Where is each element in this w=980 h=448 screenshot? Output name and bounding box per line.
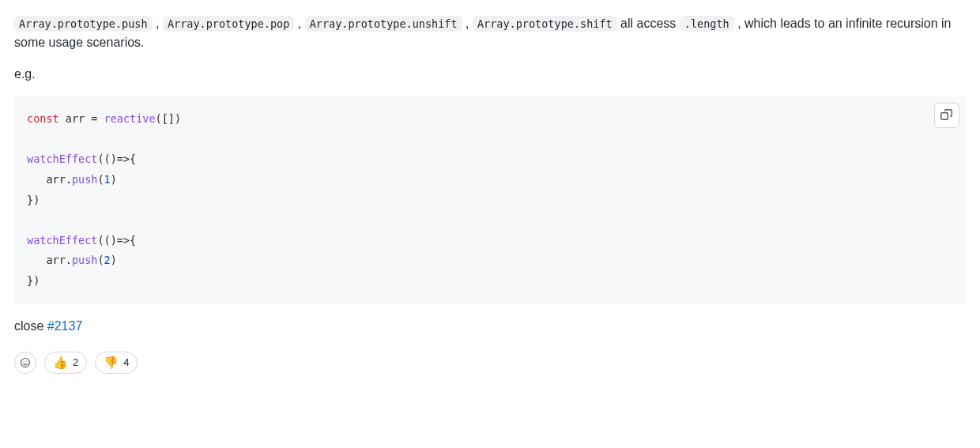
token-text: )	[111, 254, 117, 266]
comment-body: Array.prototype.push , Array.prototype.p…	[14, 14, 966, 374]
token-func: push	[72, 254, 98, 266]
token-number: 1	[104, 173, 111, 186]
token-text: })	[27, 274, 40, 287]
inline-code: .length	[680, 16, 734, 32]
token-text: (	[97, 173, 104, 186]
code-block: const arr = reactive([]) watchEffect(()=…	[14, 96, 966, 304]
paragraph-text: Array.prototype.push , Array.prototype.p…	[14, 14, 966, 52]
svg-point-0	[21, 358, 29, 367]
token-text: (	[97, 254, 104, 266]
text: ,	[462, 17, 473, 30]
token-text: (()=>{	[97, 234, 136, 247]
add-reaction-button[interactable]	[14, 352, 36, 374]
close-text: close	[14, 319, 47, 333]
token-text: )	[111, 173, 117, 186]
copy-button[interactable]	[934, 103, 959, 128]
thumbs-up-icon: 👍	[53, 356, 68, 370]
thumbs-down-icon: 👎	[104, 356, 119, 370]
inline-code: Array.prototype.push	[14, 16, 153, 32]
text: ,	[294, 17, 304, 30]
token-number: 2	[104, 254, 111, 266]
reaction-count: 2	[73, 356, 78, 368]
token-func: watchEffect	[27, 152, 97, 165]
reaction-thumbs-up[interactable]: 👍 2	[44, 352, 87, 374]
token-text: })	[27, 194, 40, 206]
inline-code: Array.prototype.unshift	[305, 16, 462, 32]
token-text: arr.	[27, 173, 72, 186]
token-text: arr.	[27, 254, 72, 266]
example-label: e.g.	[14, 65, 966, 84]
inline-code: Array.prototype.pop	[163, 16, 294, 32]
svg-point-2	[26, 361, 27, 362]
text: all access	[617, 17, 680, 30]
code-content: const arr = reactive([]) watchEffect(()=…	[14, 96, 966, 304]
smiley-icon	[20, 356, 31, 369]
token-text: arr =	[59, 112, 104, 125]
copy-icon	[940, 109, 953, 122]
svg-point-1	[24, 361, 24, 362]
token-func: reactive	[104, 112, 156, 125]
issue-link[interactable]: #2137	[47, 319, 83, 333]
token-text: ([])	[156, 112, 182, 125]
token-func: push	[72, 173, 98, 186]
reactions-bar: 👍 2 👎 4	[14, 352, 966, 374]
reaction-count: 4	[123, 356, 129, 368]
reaction-thumbs-down[interactable]: 👎 4	[95, 352, 138, 374]
text: ,	[153, 17, 163, 30]
token-keyword: const	[27, 112, 59, 125]
token-func: watchEffect	[27, 234, 97, 247]
close-line: close #2137	[14, 317, 966, 336]
token-text: (()=>{	[97, 152, 136, 165]
inline-code: Array.prototype.shift	[473, 16, 617, 32]
